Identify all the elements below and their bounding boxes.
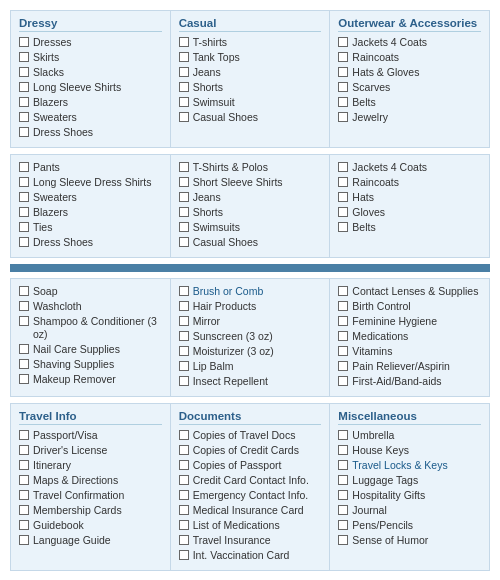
checkbox[interactable] [338, 177, 348, 187]
checkbox[interactable] [338, 207, 348, 217]
checkbox[interactable] [19, 52, 29, 62]
checkbox[interactable] [179, 207, 189, 217]
checkbox[interactable] [338, 376, 348, 386]
checkbox[interactable] [19, 505, 29, 515]
checkbox[interactable] [179, 222, 189, 232]
checkbox[interactable] [19, 490, 29, 500]
checkbox[interactable] [19, 67, 29, 77]
checkbox[interactable] [338, 162, 348, 172]
checkbox[interactable] [19, 222, 29, 232]
checkbox[interactable] [19, 430, 29, 440]
checkbox[interactable] [19, 112, 29, 122]
checkbox[interactable] [338, 286, 348, 296]
item-text: Swimsuits [193, 221, 240, 234]
checkbox[interactable] [19, 162, 29, 172]
checkbox[interactable] [19, 460, 29, 470]
checkbox[interactable] [19, 520, 29, 530]
checkbox[interactable] [19, 127, 29, 137]
col-header-documents: Documents [179, 410, 322, 425]
checkbox[interactable] [19, 535, 29, 545]
checkbox[interactable] [19, 177, 29, 187]
list-item: Hats [338, 191, 481, 204]
checkbox[interactable] [338, 535, 348, 545]
checkbox[interactable] [179, 177, 189, 187]
checkbox[interactable] [179, 301, 189, 311]
checkbox[interactable] [179, 237, 189, 247]
item-text: Birth Control [352, 300, 410, 313]
checkbox[interactable] [338, 361, 348, 371]
list-item: Copies of Travel Docs [179, 429, 322, 442]
checkbox[interactable] [338, 520, 348, 530]
checkbox[interactable] [338, 52, 348, 62]
checkbox[interactable] [338, 475, 348, 485]
checkbox[interactable] [179, 37, 189, 47]
col-casual: Casual T-shirts Tank Tops Jeans Shorts S… [171, 11, 331, 147]
checkbox[interactable] [338, 222, 348, 232]
checkbox[interactable] [179, 97, 189, 107]
checkbox[interactable] [179, 286, 189, 296]
checkbox[interactable] [338, 490, 348, 500]
checkbox[interactable] [19, 82, 29, 92]
checkbox[interactable] [19, 97, 29, 107]
list-item: Copies of Credit Cards [179, 444, 322, 457]
checkbox[interactable] [179, 535, 189, 545]
checkbox[interactable] [338, 97, 348, 107]
checkbox[interactable] [179, 67, 189, 77]
checkbox[interactable] [19, 301, 29, 311]
checkbox[interactable] [19, 475, 29, 485]
checkbox[interactable] [19, 445, 29, 455]
checkbox[interactable] [338, 430, 348, 440]
checkbox[interactable] [179, 376, 189, 386]
checkbox[interactable] [19, 192, 29, 202]
checkbox[interactable] [19, 207, 29, 217]
checkbox[interactable] [19, 316, 29, 326]
checkbox[interactable] [19, 37, 29, 47]
checkbox[interactable] [179, 430, 189, 440]
checkbox[interactable] [19, 374, 29, 384]
checkbox[interactable] [179, 192, 189, 202]
checkbox[interactable] [338, 112, 348, 122]
list-item: Raincoats [338, 51, 481, 64]
item-text: Insect Repellent [193, 375, 268, 388]
checkbox[interactable] [19, 286, 29, 296]
checkbox[interactable] [179, 550, 189, 560]
section-row-2: Pants Long Sleeve Dress Shirts Sweaters … [10, 154, 490, 258]
checkbox[interactable] [179, 162, 189, 172]
checkbox[interactable] [19, 344, 29, 354]
checkbox[interactable] [338, 192, 348, 202]
item-text: Maps & Directions [33, 474, 118, 487]
list-item: Ties [19, 221, 162, 234]
checkbox[interactable] [179, 520, 189, 530]
section-divider [10, 264, 490, 272]
checkbox[interactable] [338, 301, 348, 311]
checkbox[interactable] [179, 505, 189, 515]
checkbox[interactable] [338, 460, 348, 470]
list-item: T-shirts [179, 36, 322, 49]
checkbox[interactable] [338, 316, 348, 326]
checkbox[interactable] [179, 346, 189, 356]
checkbox[interactable] [338, 346, 348, 356]
checkbox[interactable] [179, 445, 189, 455]
checkbox[interactable] [179, 475, 189, 485]
checkbox[interactable] [179, 331, 189, 341]
checkbox[interactable] [338, 331, 348, 341]
checkbox[interactable] [179, 52, 189, 62]
checkbox[interactable] [338, 37, 348, 47]
checkbox[interactable] [19, 359, 29, 369]
checkbox[interactable] [179, 490, 189, 500]
col-outerwear-2: Jackets 4 Coats Raincoats Hats Gloves Be… [330, 155, 489, 257]
checkbox[interactable] [338, 67, 348, 77]
checkbox[interactable] [179, 112, 189, 122]
list-item: Brush or Comb [179, 285, 322, 298]
checkbox[interactable] [338, 505, 348, 515]
checkbox[interactable] [19, 237, 29, 247]
list-item: Travel Confirmation [19, 489, 162, 502]
checkbox[interactable] [179, 316, 189, 326]
checkbox[interactable] [179, 82, 189, 92]
list-item: Jeans [179, 66, 322, 79]
checkbox[interactable] [179, 361, 189, 371]
checkbox[interactable] [179, 460, 189, 470]
checkbox[interactable] [338, 82, 348, 92]
list-item: Blazers [19, 96, 162, 109]
checkbox[interactable] [338, 445, 348, 455]
